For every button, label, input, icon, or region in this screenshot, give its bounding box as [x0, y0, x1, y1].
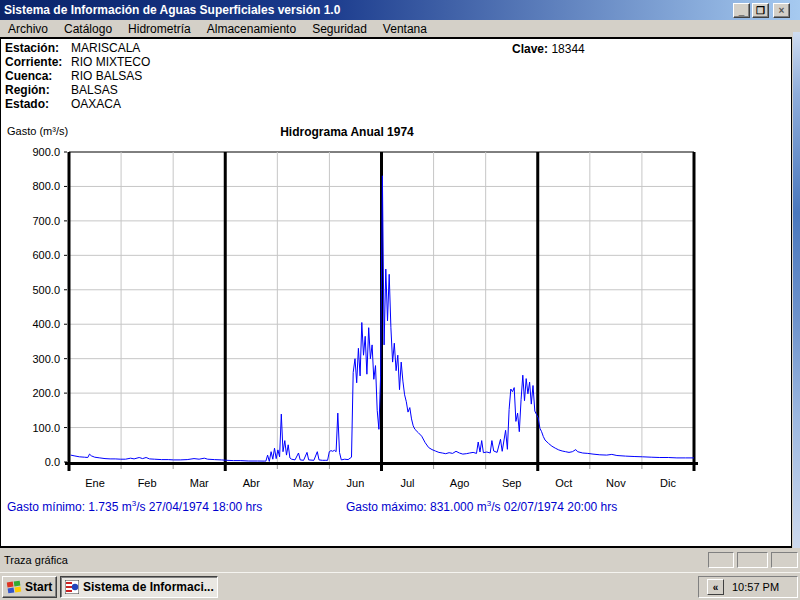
taskbar-task-sistema[interactable]: Sistema de Informaci... [60, 576, 218, 598]
station-row: Corriente:RIO MIXTECO [5, 55, 150, 69]
title-bar: Sistema de Información de Aguas Superfic… [0, 0, 800, 20]
menu-almacenamiento[interactable]: Almacenamiento [199, 21, 304, 36]
tray-collapse-button[interactable]: « [707, 579, 724, 595]
svg-text:Sep: Sep [502, 477, 522, 489]
status-message: Traza gráfica [4, 554, 68, 566]
hydrograph-chart: 0.0100.0200.0300.0400.0500.0600.0700.080… [1, 119, 793, 497]
taskbar: Start Sistema de Informaci... « 10:57 PM [0, 572, 800, 600]
menu-catalogo[interactable]: Catálogo [56, 21, 120, 36]
station-value: RIO BALSAS [71, 69, 142, 83]
menu-bar: Archivo Catálogo Hidrometría Almacenamie… [0, 20, 800, 37]
station-value: OAXACA [71, 97, 121, 111]
svg-text:100.0: 100.0 [32, 422, 60, 434]
windows-logo-icon [6, 580, 22, 594]
system-tray: « 10:57 PM [698, 576, 798, 598]
status-cell [708, 552, 734, 568]
svg-text:300.0: 300.0 [32, 353, 60, 365]
station-row: Cuenca:RIO BALSAS [5, 69, 150, 83]
clock: 10:57 PM [732, 581, 779, 593]
svg-text:0.0: 0.0 [45, 456, 60, 468]
svg-text:Abr: Abr [243, 477, 260, 489]
svg-text:400.0: 400.0 [32, 318, 60, 330]
svg-text:Jul: Jul [401, 477, 415, 489]
svg-text:Dic: Dic [660, 477, 676, 489]
station-row: Región:BALSAS [5, 83, 150, 97]
window-edge-strip [793, 32, 800, 548]
status-cell [771, 552, 798, 568]
max-flow-stat: Gasto máximo: 831.000 m3/s 02/07/1974 20… [346, 499, 617, 514]
window-title: Sistema de Información de Aguas Superfic… [4, 3, 340, 17]
station-info: Estación:MARISCALA Corriente:RIO MIXTECO… [5, 41, 150, 111]
min-flow-stat: Gasto mínimo: 1.735 m3/s 27/04/1974 18:0… [7, 499, 262, 514]
restore-button[interactable]: ❐ [752, 3, 769, 18]
svg-text:Hidrograma Anual 1974: Hidrograma Anual 1974 [280, 125, 414, 139]
svg-text:May: May [293, 477, 314, 489]
svg-text:500.0: 500.0 [32, 284, 60, 296]
svg-text:Ene: Ene [85, 477, 105, 489]
menu-hidrometria[interactable]: Hidrometría [120, 21, 199, 36]
start-button[interactable]: Start [2, 576, 57, 598]
station-row: Estado:OAXACA [5, 97, 150, 111]
station-value: BALSAS [71, 83, 118, 97]
station-value: RIO MIXTECO [71, 55, 150, 69]
app-icon [65, 580, 79, 594]
menu-seguridad[interactable]: Seguridad [304, 21, 375, 36]
svg-text:Ago: Ago [450, 477, 470, 489]
status-bar: Traza gráfica [0, 549, 800, 572]
menu-ventana[interactable]: Ventana [375, 21, 435, 36]
status-cell [737, 552, 768, 568]
svg-text:800.0: 800.0 [32, 180, 60, 192]
svg-text:900.0: 900.0 [32, 146, 60, 158]
station-row: Estación:MARISCALA [5, 41, 150, 55]
station-key: Clave: 18344 [512, 42, 585, 56]
svg-text:Gasto (m³/s): Gasto (m³/s) [7, 125, 68, 137]
svg-text:Nov: Nov [606, 477, 626, 489]
svg-text:700.0: 700.0 [32, 215, 60, 227]
menu-archivo[interactable]: Archivo [0, 21, 56, 36]
svg-text:Oct: Oct [555, 477, 572, 489]
close-button[interactable]: × [773, 3, 790, 18]
minimize-button[interactable]: _ [733, 3, 750, 18]
station-value: MARISCALA [71, 41, 140, 55]
svg-text:Jun: Jun [347, 477, 365, 489]
svg-text:600.0: 600.0 [32, 249, 60, 261]
svg-text:200.0: 200.0 [32, 387, 60, 399]
svg-text:Mar: Mar [190, 477, 209, 489]
svg-text:Feb: Feb [138, 477, 157, 489]
document-window: Estación:MARISCALA Corriente:RIO MIXTECO… [0, 37, 792, 548]
